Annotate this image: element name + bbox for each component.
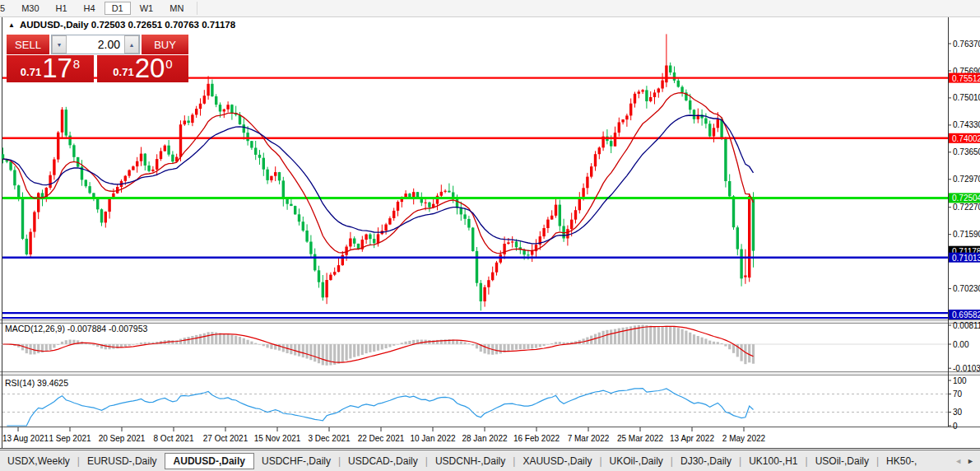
chart-tab-bar: USDX,Weekly|EURUSD-,DailyAUDUSD-,DailyUS… [0, 450, 980, 471]
svg-text:-0.01031: -0.01031 [953, 364, 980, 373]
svg-text:0.76370: 0.76370 [953, 40, 980, 49]
svg-text:13 Apr 2022: 13 Apr 2022 [670, 434, 714, 443]
chart-tab-usdx-weekly[interactable]: USDX,Weekly [0, 454, 77, 469]
chart-tab-xauusd-daily[interactable]: XAUUSD-,Daily [515, 454, 599, 469]
svg-text:0.71590: 0.71590 [953, 230, 980, 239]
toolbar-separator [197, 2, 197, 15]
svg-text:1 Sep 2021: 1 Sep 2021 [49, 434, 91, 443]
sell-price-pips: 17 [42, 56, 72, 81]
chart-tab-dj30-daily[interactable]: DJ30-,Daily [673, 454, 739, 469]
chart-ohlc-values: 0.72503 0.72651 0.70763 0.71178 [91, 20, 235, 30]
svg-text:0.72970: 0.72970 [953, 175, 980, 184]
svg-text:0.70230: 0.70230 [953, 284, 980, 293]
one-click-trading-panel: SELL ▼ 2.00 ▲ BUY 0.71 17 8 0.71 20 0 [7, 35, 188, 82]
svg-text:0.69582: 0.69582 [952, 310, 980, 319]
svg-text:0.74002: 0.74002 [952, 134, 980, 143]
svg-text:8 Oct 2021: 8 Oct 2021 [154, 434, 194, 443]
chart-tab-ukoil-daily[interactable]: UKOil-,Daily [602, 454, 671, 469]
tab-scroll-right-icon[interactable]: ► [964, 457, 977, 465]
svg-text:16 Feb 2022: 16 Feb 2022 [513, 434, 560, 443]
buy-price-point: 0 [165, 57, 172, 71]
timeframe-button-m30[interactable]: M30 [14, 2, 46, 15]
svg-text:0.73650: 0.73650 [953, 147, 980, 156]
sell-button[interactable]: SELL [7, 35, 49, 54]
chart-tab-usdcnh-daily[interactable]: USDCNH-,Daily [428, 454, 513, 469]
svg-text:70: 70 [953, 389, 963, 399]
timeframe-button-d1[interactable]: D1 [105, 2, 131, 15]
svg-text:0.00: 0.00 [953, 340, 969, 349]
svg-text:27 Oct 2021: 27 Oct 2021 [203, 434, 248, 443]
svg-text:0.71013: 0.71013 [952, 254, 980, 263]
volume-input[interactable]: 2.00 [67, 35, 124, 54]
svg-text:100: 100 [953, 376, 967, 385]
timeframe-button-h4[interactable]: H4 [77, 2, 103, 15]
chart-tab-uk100-h1[interactable]: UK100-,H1 [741, 454, 805, 469]
chart-tab-hk50-[interactable]: HK50-, [879, 454, 924, 469]
timeframe-button-h1[interactable]: H1 [49, 2, 75, 15]
sell-price-button[interactable]: 0.71 17 8 [7, 55, 94, 82]
svg-text:0.00811: 0.00811 [953, 321, 980, 330]
timeframe-button-w1[interactable]: W1 [132, 2, 161, 15]
volume-increase-icon[interactable]: ▲ [124, 35, 139, 54]
sell-price-point: 8 [73, 57, 80, 71]
svg-text:25 Mar 2022: 25 Mar 2022 [617, 434, 664, 443]
buy-button[interactable]: BUY [142, 35, 188, 54]
svg-text:0.75512: 0.75512 [952, 74, 980, 83]
chart-symbol-label: AUDUSD-,Daily [20, 20, 89, 30]
svg-text:7 Mar 2022: 7 Mar 2022 [568, 434, 610, 443]
timeframe-button-mn[interactable]: MN [162, 2, 191, 15]
chart-tab-usdchf-daily[interactable]: USDCHF-,Daily [254, 454, 338, 469]
buy-price-pips: 20 [135, 56, 165, 81]
timeframe-toolbar: 5M30H1H4D1W1MN [0, 0, 980, 17]
svg-text:0.75010: 0.75010 [953, 93, 980, 102]
chart-tab-usdcad-daily[interactable]: USDCAD-,Daily [341, 454, 425, 469]
svg-text:30: 30 [953, 408, 963, 417]
macd-label: MACD(12,26,9) -0.007884 -0.007953 [5, 324, 148, 333]
chart-tab-usoil-daily[interactable]: USOil-,Daily [808, 454, 876, 469]
rsi-label: RSI(14) 39.4625 [5, 378, 68, 388]
svg-text:0: 0 [953, 422, 958, 431]
timeframe-button-5[interactable]: 5 [0, 2, 12, 15]
svg-text:20 Sep 2021: 20 Sep 2021 [99, 434, 146, 443]
svg-text:28 Jan 2022: 28 Jan 2022 [462, 434, 507, 443]
chart-tab-audusd-daily[interactable]: AUDUSD-,Daily [165, 453, 254, 469]
buy-price-button[interactable]: 0.71 20 0 [97, 55, 188, 82]
svg-text:0.72504: 0.72504 [952, 194, 980, 203]
svg-text:2 May 2022: 2 May 2022 [722, 434, 766, 443]
sell-price-prefix: 0.71 [21, 66, 41, 78]
chart-tab-eurusd-daily[interactable]: EURUSD-,Daily [80, 454, 165, 469]
volume-decrease-icon[interactable]: ▼ [52, 35, 67, 54]
one-click-toggle-icon[interactable]: ▲ [8, 21, 15, 29]
svg-text:10 Jan 2022: 10 Jan 2022 [410, 434, 455, 443]
svg-text:0.72270: 0.72270 [953, 203, 980, 212]
tab-scroll-left-icon[interactable]: ◄ [952, 457, 964, 465]
buy-price-prefix: 0.71 [113, 66, 133, 78]
volume-stepper: ▼ 2.00 ▲ [51, 35, 140, 54]
chart-title: ▲AUDUSD-,Daily 0.72503 0.72651 0.70763 0… [8, 20, 235, 30]
svg-text:22 Dec 2021: 22 Dec 2021 [358, 434, 405, 443]
svg-text:15 Nov 2021: 15 Nov 2021 [254, 434, 301, 443]
svg-text:0.74330: 0.74330 [953, 120, 980, 129]
mt4-window: 5M30H1H4D1W1MN 0.008110.00-0.01031 10070… [0, 0, 980, 471]
svg-text:3 Dec 2021: 3 Dec 2021 [308, 434, 351, 443]
svg-text:13 Aug 2021: 13 Aug 2021 [2, 434, 49, 443]
